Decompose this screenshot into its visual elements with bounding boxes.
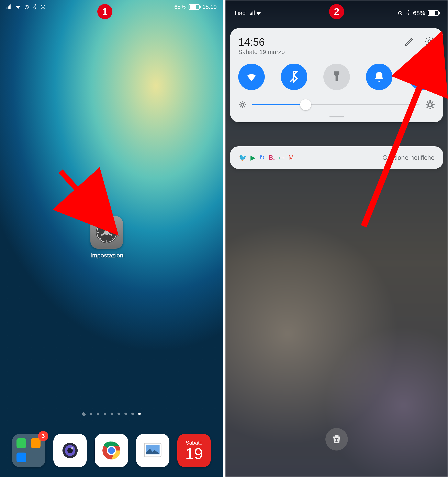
page-dot[interactable] [104, 413, 106, 415]
signal-icon [6, 4, 12, 10]
carrier-label: Iliad [235, 10, 246, 17]
dock-folder[interactable]: 3 [12, 434, 45, 467]
svg-line-2 [61, 171, 97, 212]
dock-chrome[interactable] [95, 434, 128, 467]
clear-notifications-button[interactable] [326, 428, 348, 451]
page-indicator[interactable] [0, 413, 223, 416]
bluetooth-icon [32, 4, 37, 10]
trash-icon [332, 434, 342, 444]
page-dot[interactable] [131, 413, 134, 415]
screenshot-step-1: 65% 15:19 1 Impostazioni [0, 0, 223, 477]
home-page-dot[interactable] [81, 412, 86, 417]
battery-percent: 68% [413, 10, 425, 17]
page-dot[interactable] [97, 413, 99, 415]
slider-thumb[interactable] [300, 99, 311, 110]
page-dot[interactable] [117, 413, 120, 415]
bluetooth-icon [405, 10, 411, 16]
wifi-icon [15, 4, 21, 10]
page-dot[interactable] [111, 413, 113, 415]
page-dot-current[interactable] [138, 413, 141, 415]
svg-point-1 [41, 5, 45, 9]
page-dot[interactable] [90, 413, 92, 415]
gallery-icon [140, 438, 165, 463]
signal-icon [250, 10, 256, 16]
edit-icon[interactable] [404, 36, 415, 47]
dock-calendar[interactable]: Sabato 19 [177, 434, 211, 467]
screenshot-step-2: Iliad 68% 2 14:56 Sabato 19 marzo [225, 0, 448, 477]
gear-icon [94, 220, 119, 244]
brightness-low-icon [238, 101, 246, 109]
svg-point-26 [241, 103, 244, 106]
step-badge-2: 2 [329, 4, 344, 19]
settings-app[interactable]: Impostazioni [90, 216, 125, 259]
notification-app-icons: 🐦 ▶ ↻ B. ▭ M [239, 154, 294, 161]
dock: 3 Sabato 19 [0, 434, 223, 467]
svg-line-44 [364, 59, 431, 226]
folder-badge: 3 [38, 431, 48, 441]
svg-line-33 [244, 102, 244, 103]
calendar-daynum: 19 [185, 446, 203, 461]
svg-line-32 [244, 106, 244, 107]
alarm-icon [397, 10, 403, 16]
wifi-icon [256, 10, 262, 16]
chrome-icon [100, 439, 122, 462]
wifi-icon [245, 70, 258, 83]
play-icon: ▶ [250, 154, 256, 161]
dock-gallery[interactable] [136, 434, 169, 467]
sync-icon: ↻ [259, 154, 265, 161]
battery-percent: 65% [174, 4, 186, 10]
camera-icon [59, 439, 81, 462]
annotation-arrow [351, 51, 441, 230]
dock-camera[interactable] [53, 434, 87, 467]
toggle-flashlight[interactable] [323, 64, 350, 90]
whatsapp-icon [40, 4, 46, 10]
svg-point-24 [428, 40, 431, 43]
svg-point-17 [71, 447, 74, 449]
gear-icon[interactable] [424, 36, 435, 47]
bluetooth-icon [288, 70, 301, 83]
qs-date: Sabato 19 marzo [238, 48, 285, 55]
alarm-icon [24, 4, 29, 10]
twitter-icon: 🐦 [239, 154, 247, 161]
step-badge-1: 1 [97, 4, 112, 19]
expand-handle[interactable] [330, 116, 344, 117]
settings-app-label: Impostazioni [90, 252, 125, 259]
qs-clock: 14:56 [238, 36, 285, 48]
svg-line-34 [240, 106, 240, 107]
annotation-arrow [57, 167, 110, 220]
page-dot[interactable] [124, 413, 127, 415]
laptop-icon: ▭ [279, 154, 285, 161]
settings-app-icon[interactable] [90, 216, 123, 249]
clock: 15:19 [202, 4, 217, 10]
toggle-wifi[interactable] [238, 64, 265, 90]
battery-icon [189, 4, 200, 10]
flashlight-icon [330, 70, 343, 83]
svg-line-31 [240, 102, 240, 103]
toggle-bluetooth[interactable] [281, 64, 307, 90]
b-app-icon: B. [268, 154, 275, 161]
gmail-icon: M [288, 154, 294, 161]
battery-icon [428, 10, 439, 16]
